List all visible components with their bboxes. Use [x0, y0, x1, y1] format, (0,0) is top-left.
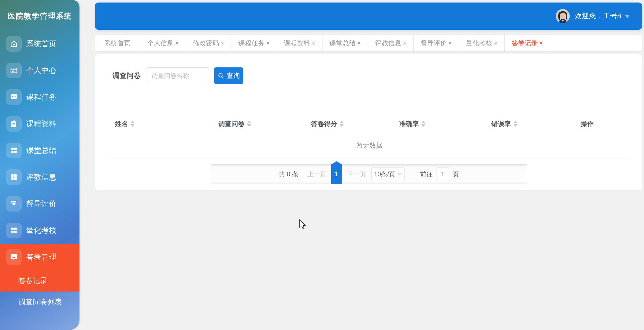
tab-2[interactable]: 修改密码× [186, 35, 231, 51]
table-header-row: 姓名调查问卷答卷得分准确率错误率操作 [110, 115, 629, 133]
sort-icon[interactable] [513, 121, 517, 127]
tab-close-icon[interactable]: × [403, 40, 406, 46]
search-input[interactable] [146, 67, 209, 84]
tab-label: 督导评价 [420, 39, 447, 48]
current-page-button[interactable]: 1 [331, 161, 342, 184]
tab-close-icon[interactable]: × [311, 40, 315, 46]
search-field-label: 调查问卷 [112, 71, 142, 80]
tab-0[interactable]: 系统首页 [95, 35, 140, 51]
sidebar-menu: 系统首页个人中心课程任务课程资料课堂总结评教信息督导评价量化考核答卷管理答卷记录… [0, 30, 79, 313]
tab-9[interactable]: 答卷记录× [505, 35, 550, 51]
tab-label: 课堂总结 [329, 39, 355, 48]
page-size-value: 10条/页 [374, 170, 395, 178]
user-avatar[interactable] [556, 9, 570, 23]
column-header-0[interactable]: 姓名 [110, 119, 213, 128]
sidebar-group-0: 系统首页 [0, 30, 79, 57]
sidebar-group-7: 量化考核 [0, 217, 79, 244]
grid-icon [6, 169, 22, 185]
tab-close-icon[interactable]: × [539, 40, 543, 46]
tab-close-icon[interactable]: × [448, 40, 452, 46]
tab-5[interactable]: 课堂总结× [323, 35, 368, 51]
goto-unit-label: 页 [453, 170, 459, 178]
tab-6[interactable]: 评教信息× [368, 35, 414, 51]
sidebar-group-1: 个人中心 [0, 57, 79, 84]
column-header-label: 答卷得分 [311, 119, 337, 128]
sidebar-item-3[interactable]: 课程资料 [0, 110, 79, 137]
column-header-label: 调查问卷 [218, 119, 245, 128]
sidebar-item-5[interactable]: 评教信息 [0, 164, 79, 190]
sidebar-group-2: 课程任务 [0, 84, 79, 110]
sidebar-item-6[interactable]: 督导评价 [0, 190, 79, 217]
sidebar-item-1[interactable]: 个人中心 [0, 57, 79, 84]
tab-close-icon[interactable]: × [266, 40, 270, 46]
column-header-label: 操作 [581, 119, 594, 128]
sort-icon[interactable] [421, 121, 425, 127]
sort-icon[interactable] [131, 121, 135, 127]
sidebar-subitem-8-0[interactable]: 答卷记录 [0, 270, 79, 292]
sidebar-item-label: 课程资料 [26, 119, 56, 129]
sidebar-item-label: 量化考核 [26, 225, 56, 236]
top-header: 欢迎您，工号8 [95, 3, 642, 30]
sidebar-item-label: 答卷管理 [26, 252, 56, 262]
sidebar-item-label: 评教信息 [26, 172, 56, 182]
tab-7[interactable]: 督导评价× [414, 35, 459, 51]
sidebar-item-7[interactable]: 量化考核 [0, 217, 79, 244]
sidebar-group-6: 督导评价 [0, 190, 79, 217]
sidebar-item-0[interactable]: 系统首页 [0, 30, 79, 57]
tab-1[interactable]: 个人信息× [140, 35, 186, 51]
goto-page-input[interactable] [436, 167, 449, 181]
tab-close-icon[interactable]: × [175, 40, 179, 46]
sidebar-item-label: 个人中心 [26, 65, 56, 76]
column-header-2[interactable]: 答卷得分 [306, 119, 394, 128]
tab-label: 课程资料 [284, 39, 310, 48]
sidebar-item-2[interactable]: 课程任务 [0, 84, 79, 110]
sidebar-item-8[interactable]: 答卷管理 [0, 244, 79, 270]
column-header-1[interactable]: 调查问卷 [213, 119, 306, 128]
sort-icon[interactable] [247, 121, 251, 127]
sidebar-item-label: 课程任务 [26, 92, 56, 102]
column-header-3[interactable]: 准确率 [394, 119, 486, 128]
sidebar-subitem-8-1[interactable]: 调查问卷列表 [0, 292, 79, 313]
clipboard-icon [6, 116, 22, 132]
query-button-label: 查询 [226, 71, 240, 80]
tab-label: 个人信息 [147, 39, 173, 48]
tab-3[interactable]: 课程任务× [231, 35, 277, 51]
column-header-label: 姓名 [115, 119, 128, 128]
card-icon [6, 63, 22, 78]
query-button[interactable]: 查询 [214, 67, 243, 84]
column-header-label: 错误率 [491, 119, 511, 128]
page-size-select[interactable]: 10条/页 [371, 167, 405, 181]
app-title: 医院教学管理系统 [0, 0, 79, 21]
welcome-text[interactable]: 欢迎您，工号8 [575, 11, 621, 21]
tab-8[interactable]: 量化考核× [459, 35, 505, 51]
sort-icon[interactable] [340, 121, 344, 127]
next-page-button[interactable]: 下一页 [347, 170, 366, 178]
sidebar-item-4[interactable]: 课堂总结 [0, 137, 79, 164]
tab-label: 量化考核 [466, 39, 492, 48]
tab-label: 系统首页 [104, 39, 131, 48]
sidebar-item-label: 课堂总结 [26, 145, 56, 156]
pagination-total: 共 0 条 [279, 170, 298, 178]
sidebar-group-4: 课堂总结 [0, 137, 79, 164]
mouse-cursor [298, 219, 307, 229]
column-header-5: 操作 [576, 119, 629, 128]
chevron-down-icon[interactable] [625, 15, 630, 18]
content-card: 调查问卷 查询 姓名调查问卷答卷得分准确率错误率操作 暂无数据 共 0 条 上一… [95, 54, 642, 190]
results-table: 姓名调查问卷答卷得分准确率错误率操作 暂无数据 [110, 115, 629, 158]
goto-page-group: 前往 页 [420, 167, 459, 181]
sidebar: 医院教学管理系统 系统首页个人中心课程任务课程资料课堂总结评教信息督导评价量化考… [0, 0, 79, 330]
goto-label: 前往 [420, 170, 433, 178]
search-form: 调查问卷 查询 [112, 67, 243, 84]
sidebar-item-label: 系统首页 [26, 39, 56, 49]
tab-label: 课程任务 [238, 39, 264, 48]
tab-close-icon[interactable]: × [357, 40, 361, 46]
prev-page-button[interactable]: 上一页 [307, 170, 326, 178]
tab-close-icon[interactable]: × [494, 40, 497, 46]
chevron-down-icon [398, 171, 403, 176]
tab-4[interactable]: 课程资料× [277, 35, 323, 51]
chat-icon [6, 89, 22, 105]
sidebar-group-3: 课程资料 [0, 110, 79, 137]
tab-close-icon[interactable]: × [220, 40, 224, 46]
sidebar-item-label: 督导评价 [26, 199, 56, 209]
column-header-4[interactable]: 错误率 [486, 119, 576, 128]
